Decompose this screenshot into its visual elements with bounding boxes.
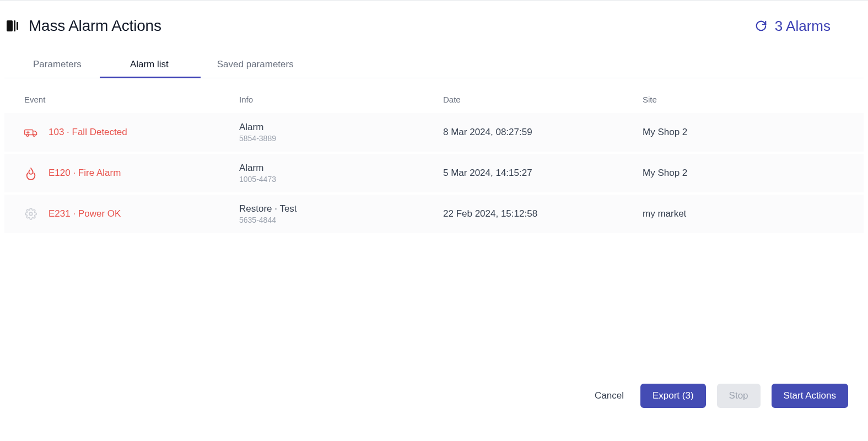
table-row[interactable]: 103 · Fall Detected Alarm 5854-3889 8 Ma… [4,113,864,152]
info-sub: 1005-4473 [239,175,443,184]
footer-actions: Cancel Export (3) Stop Start Actions [583,384,848,408]
site-cell: My Shop 2 [643,127,844,138]
col-site: Site [643,95,844,104]
event-label: E120 · Fire Alarm [48,168,121,179]
page-title: Mass Alarm Actions [29,17,161,35]
gear-icon [24,208,37,220]
site-cell: My Shop 2 [643,168,844,179]
col-date: Date [443,95,643,104]
date-cell: 5 Mar 2024, 14:15:27 [443,168,643,179]
svg-point-3 [29,212,33,216]
ambulance-icon [24,127,37,138]
date-cell: 8 Mar 2024, 08:27:59 [443,127,643,138]
cancel-button[interactable]: Cancel [583,384,629,408]
app-icon [7,19,20,33]
info-top: Restore · Test [239,203,443,214]
stop-button: Stop [717,384,761,408]
alarm-table: Event Info Date Site 103 · Fall Detected [4,82,864,233]
fire-icon [24,166,37,180]
alarm-count: 3 Alarms [775,18,831,35]
event-label: 103 · Fall Detected [48,127,127,138]
col-event: Event [24,95,239,104]
info-top: Alarm [239,122,443,133]
tab-alarm-list[interactable]: Alarm list [130,51,184,78]
tabs: Parameters Alarm list Saved parameters [4,51,864,78]
info-top: Alarm [239,163,443,174]
date-cell: 22 Feb 2024, 15:12:58 [443,208,643,219]
tab-parameters[interactable]: Parameters [33,51,97,78]
tab-saved-parameters[interactable]: Saved parameters [217,51,309,78]
table-row[interactable]: E120 · Fire Alarm Alarm 1005-4473 5 Mar … [4,154,864,192]
info-sub: 5635-4844 [239,216,443,224]
site-cell: my market [643,208,844,219]
export-button[interactable]: Export (3) [640,384,706,408]
start-actions-button[interactable]: Start Actions [772,384,848,408]
table-row[interactable]: E231 · Power OK Restore · Test 5635-4844… [4,195,864,233]
col-info: Info [239,95,443,104]
event-label: E231 · Power OK [48,208,121,219]
svg-point-2 [33,134,35,136]
refresh-icon[interactable] [755,20,767,32]
info-sub: 5854-3889 [239,134,443,143]
svg-point-1 [26,134,29,136]
